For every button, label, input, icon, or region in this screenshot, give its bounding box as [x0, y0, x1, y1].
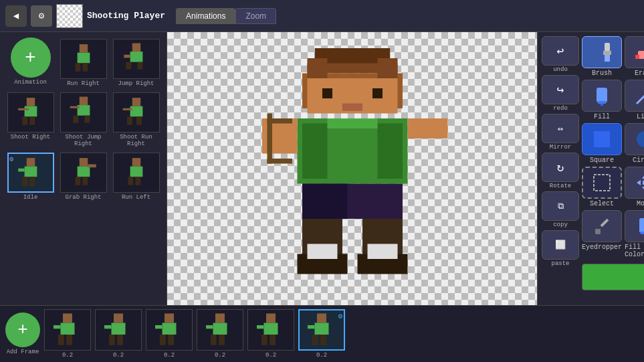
frame-item-1[interactable]: 0.2 [44, 309, 91, 359]
svg-rect-34 [132, 158, 140, 167]
svg-rect-4 [132, 43, 140, 52]
svg-rect-98 [163, 323, 177, 335]
svg-rect-104 [206, 325, 213, 329]
svg-rect-64 [307, 244, 337, 260]
anim-item-shoot-right[interactable]: Shoot Right [5, 91, 56, 149]
svg-rect-51 [327, 118, 377, 128]
tools-grid: Brush Erase Fill [582, 36, 644, 290]
main-canvas-sprite [252, 41, 453, 296]
fill-by-color-tool[interactable]: Fill by Color [625, 210, 644, 258]
top-bar-left: ◀ ⚙ Shooting Player [5, 4, 165, 28]
svg-rect-1 [77, 53, 90, 64]
anim-item-grab-right[interactable]: Grab Right [58, 151, 108, 202]
copy-button[interactable]: ⧉ [542, 191, 579, 221]
anim-item-jump-right[interactable]: Jump Right [111, 37, 161, 88]
circle-tool[interactable]: Circle [625, 123, 644, 164]
svg-rect-28 [29, 177, 35, 186]
paste-button[interactable]: ⬜ [542, 230, 579, 260]
tab-zoom[interactable]: Zoom [235, 8, 276, 24]
add-animation-button[interactable]: + [11, 37, 51, 78]
svg-rect-105 [211, 335, 217, 345]
svg-rect-27 [22, 177, 27, 186]
select-tool[interactable]: Select [582, 167, 622, 207]
back-button[interactable]: ◀ [5, 5, 27, 27]
anim-item-shoot-jump-right[interactable]: Shoot Jump Right [58, 91, 108, 149]
left-panel: + Animation Run Right [0, 32, 167, 305]
move-tool[interactable]: Move [625, 167, 644, 207]
svg-rect-50 [377, 124, 403, 179]
svg-rect-111 [270, 335, 276, 345]
anim-item-run-left[interactable]: Run Left [111, 151, 161, 202]
anim-idle-label: Idle [23, 194, 38, 201]
svg-rect-102 [215, 314, 225, 323]
eyedropper-tool[interactable]: Eyedropper [582, 210, 622, 258]
svg-rect-16 [70, 106, 79, 108]
svg-rect-84 [595, 229, 601, 234]
svg-rect-36 [128, 177, 133, 185]
anim-item-shoot-run-right[interactable]: Shoot Run Right [111, 91, 161, 149]
frame-2-time: 0.2 [113, 352, 124, 359]
settings-button[interactable]: ⚙ [31, 5, 52, 27]
svg-rect-37 [135, 177, 140, 185]
svg-rect-68 [605, 55, 610, 62]
mirror-button[interactable]: ⇔ [542, 114, 579, 143]
tools-pair-select-move: Select Move [582, 167, 644, 207]
svg-rect-87 [63, 314, 72, 323]
redo-label: redo [553, 105, 568, 112]
tools-pair-brush-erase: Brush Erase [582, 36, 644, 77]
svg-rect-97 [165, 314, 174, 323]
square-tool[interactable]: Square [582, 123, 622, 164]
active-color-swatch[interactable] [582, 264, 644, 290]
sprite-title: Shooting Player [87, 11, 165, 21]
svg-rect-71 [597, 88, 607, 102]
fill-tool[interactable]: Fill [582, 80, 622, 120]
main-content: + Animation Run Right [0, 32, 644, 305]
svg-rect-44 [307, 64, 327, 79]
frame-item-3[interactable]: 0.2 [146, 309, 193, 359]
frame-item-2[interactable]: 0.2 [95, 309, 142, 359]
tools-pair-square-circle: Square Circle [582, 123, 644, 164]
tools-pair-eyedropper-fillcolor: Eyedropper Fill by Color [582, 210, 644, 258]
svg-rect-22 [126, 116, 132, 125]
add-frame-label: Add Frame [7, 349, 39, 355]
anim-shoot-right-label: Shoot Right [11, 134, 50, 141]
animation-label: Animation [14, 79, 47, 86]
frame-item-6[interactable]: ⚙ 0.2 [298, 309, 345, 359]
svg-rect-65 [367, 244, 397, 260]
svg-rect-3 [82, 63, 88, 72]
svg-rect-32 [75, 177, 80, 185]
svg-rect-18 [84, 116, 90, 123]
line-label: Line [637, 113, 644, 120]
canvas-area[interactable] [167, 32, 537, 305]
svg-rect-75 [594, 131, 610, 147]
frame-item-5[interactable]: 0.2 [247, 309, 294, 359]
rotate-button[interactable]: ↻ [542, 153, 579, 182]
line-tool[interactable]: Line [625, 80, 644, 120]
svg-rect-14 [79, 97, 88, 106]
anim-item-run-right[interactable]: Run Right [58, 37, 108, 88]
frame-3-time: 0.2 [164, 352, 175, 359]
frame-5-time: 0.2 [265, 352, 276, 359]
svg-rect-31 [88, 165, 96, 168]
svg-rect-110 [261, 335, 267, 345]
svg-rect-86 [641, 232, 644, 234]
add-frame-button[interactable]: + [5, 312, 40, 347]
tab-animations[interactable]: Animations [176, 8, 235, 24]
svg-rect-46 [327, 54, 377, 64]
svg-rect-92 [114, 314, 123, 323]
svg-rect-54 [407, 118, 447, 139]
erase-label: Erase [635, 70, 644, 77]
svg-rect-17 [73, 116, 78, 123]
svg-rect-26 [18, 169, 24, 172]
anim-jump-right-label: Jump Right [118, 80, 154, 87]
move-label: Move [637, 200, 644, 207]
anim-item-idle[interactable]: ⚙ Idle [5, 151, 56, 202]
erase-tool[interactable]: Erase [625, 36, 644, 77]
undo-button[interactable]: ↩ [542, 36, 579, 66]
svg-rect-106 [219, 335, 225, 345]
brush-tool[interactable]: Brush [582, 36, 622, 77]
frame-item-4[interactable]: 0.2 [197, 309, 243, 359]
color-swatch-row [582, 261, 644, 290]
action-col: ↩ undo ↪ redo ⇔ Mirror ↻ Rotate ⧉ copy [542, 36, 579, 290]
redo-button[interactable]: ↪ [542, 75, 579, 104]
